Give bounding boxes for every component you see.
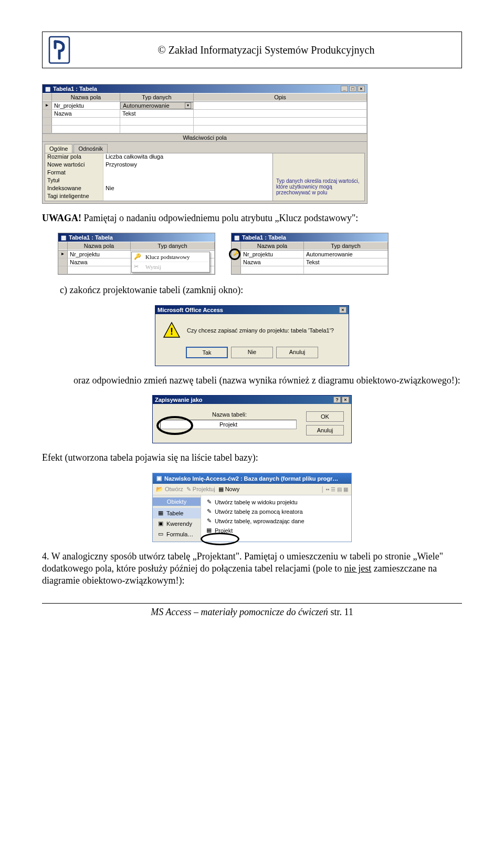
window-title: Tabela1 : Tabela [53, 86, 97, 92]
prop-value[interactable]: Przyrostowy [103, 161, 272, 169]
window-buttons: _ □ × [341, 86, 365, 92]
dialog-title: Zapisywanie jako [155, 397, 202, 403]
window-title: Tabela1 : Tabela [242, 234, 286, 241]
screenshot-database-window: ▣Nazwisko Imię-Access-ćw2 : Baza danych … [152, 473, 352, 542]
table-row[interactable]: Nazwa Tekst [43, 110, 367, 118]
cancel-button[interactable]: Anuluj [306, 425, 344, 435]
field-name-cell[interactable]: Nazwa [68, 258, 131, 266]
description-cell[interactable] [194, 110, 367, 117]
field-name-cell[interactable]: Nazwa [52, 110, 120, 117]
cancel-button[interactable]: Anuluj [276, 347, 318, 358]
prop-value[interactable]: Liczba całkowita długa [103, 153, 272, 161]
chevron-down-icon[interactable]: ▾ [185, 102, 191, 109]
window-titlebar: ▦ Tabela1 : Tabela _ □ × [43, 85, 367, 93]
org-logo [48, 35, 71, 65]
close-button[interactable]: × [339, 307, 346, 313]
sidebar-item-forms[interactable]: ▭Formula… [153, 529, 201, 539]
context-menu: 🔑 Klucz podstawowy ✂ Wytnij [131, 252, 210, 273]
header-title: © Zakład Informatyzacji Systemów Produkc… [76, 44, 456, 56]
open-icon: 📂 [156, 486, 163, 493]
minimize-button[interactable]: _ [341, 86, 348, 92]
svg-text:!: ! [170, 326, 173, 337]
prop-label: Rozmiar pola [45, 153, 103, 161]
column-header-field: Nazwa pola [241, 242, 304, 250]
cut-icon: ✂ [134, 263, 139, 270]
close-button[interactable]: × [342, 397, 349, 403]
sidebar-item-queries[interactable]: ▣Kwerendy [153, 518, 201, 529]
open-button[interactable]: 📂Otwórz [156, 486, 183, 493]
list-item-create-data[interactable]: ✎Utwórz tabelę, wprowadzając dane [203, 516, 349, 526]
warning-icon: ! [163, 321, 181, 339]
menu-item-primary-key[interactable]: 🔑 Klucz podstawowy [132, 252, 209, 262]
objects-sidebar: Obiekty ▦Tabele ▣Kwerendy ▭Formula… [153, 495, 201, 542]
design-button[interactable]: ✎Projektuj [186, 486, 215, 493]
annotation-circle [201, 533, 239, 545]
datatype-cell[interactable]: Tekst [304, 258, 388, 266]
datatype-cell[interactable]: Tekst [120, 110, 194, 117]
prop-value[interactable]: Nie [103, 185, 272, 193]
column-header-type: Typ danych [131, 242, 215, 250]
maximize-button[interactable]: □ [349, 86, 356, 92]
list-item-4: 4. W analogiczny sposób utwórz tabelę „P… [42, 551, 462, 587]
column-header-type: Typ danych [304, 242, 388, 250]
description-cell[interactable] [194, 102, 367, 109]
prop-value[interactable] [103, 177, 272, 185]
column-header-field: Nazwa pola [68, 242, 131, 250]
table-row[interactable]: ▸ Nr_projektu Autonumerowanie ▾ [43, 102, 367, 110]
paragraph-rename: oraz odpowiednio zmień nazwę tabeli (naz… [74, 375, 462, 387]
dialog-title: Microsoft Office Access [158, 307, 223, 313]
help-text: Typ danych określa rodzaj wartości, któr… [272, 153, 364, 201]
list-item-create-design[interactable]: ✎Utwórz tabelę w widoku projektu [203, 497, 349, 507]
field-name-cell[interactable]: Nr_projektu [52, 102, 120, 109]
prop-value[interactable] [103, 193, 272, 201]
sidebar-header: Obiekty [153, 497, 201, 506]
close-button[interactable]: × [358, 86, 365, 92]
design-icon: ✎ [186, 486, 191, 493]
yes-button[interactable]: Tak [186, 347, 228, 358]
properties-pane: Rozmiar polaLiczba całkowita długa Nowe … [45, 153, 365, 201]
tables-icon: ▦ [157, 510, 164, 517]
datatype-dropdown[interactable]: Autonumerowanie ▾ [120, 102, 194, 109]
field-name-cell[interactable]: Nr_projektu [68, 251, 131, 258]
db-toolbar: 📂Otwórz ✎Projektuj ▦Nowy │ ▪▪ ☰ ▤ ▦ [153, 484, 351, 495]
prop-label: Tytuł [45, 177, 103, 185]
wizard-icon: ✎ [205, 517, 213, 525]
table-icon: ▦ [234, 234, 240, 241]
screenshot-table-design: ▦ Tabela1 : Tabela _ □ × Nazwa pola Typ … [42, 84, 368, 204]
page-header: © Zakład Informatyzacji Systemów Produkc… [42, 32, 462, 68]
tab-general[interactable]: Ogólne [45, 144, 72, 153]
field-name-cell[interactable]: Nazwa [241, 258, 304, 266]
wizard-icon: ✎ [205, 499, 213, 506]
table-icon: ▦ [60, 234, 67, 241]
list-item-create-wizard[interactable]: ✎Utwórz tabelę za pomocą kreatora [203, 507, 349, 516]
column-header-desc: Opis [194, 93, 367, 101]
prop-label: Indeksowane [45, 185, 103, 193]
window-title: Tabela1 : Tabela [69, 234, 113, 241]
table-icon: ▦ [45, 86, 51, 92]
forms-icon: ▭ [157, 531, 164, 538]
list-item-c: c) zakończ projektowanie tabeli (zamknij… [60, 284, 462, 296]
field-name-cell[interactable]: Nr_projektu [241, 251, 304, 258]
dialog-confirm-save: Microsoft Office Access × ! Czy chcesz z… [155, 305, 349, 366]
prop-label: Nowe wartości [45, 161, 103, 169]
tab-lookup[interactable]: Odnośnik [74, 144, 107, 153]
sidebar-item-tables[interactable]: ▦Tabele [153, 508, 201, 518]
no-button[interactable]: Nie [231, 347, 273, 358]
wizard-icon: ✎ [205, 508, 213, 515]
datatype-cell[interactable]: Autonumerowanie [304, 251, 388, 258]
dialog-message: Czy chcesz zapisać zmiany do projektu: t… [187, 327, 334, 334]
view-icons[interactable]: │ ▪▪ ☰ ▤ ▦ [321, 486, 348, 492]
prop-value[interactable] [103, 169, 272, 177]
new-button[interactable]: ▦Nowy [218, 486, 240, 493]
table-row[interactable] [43, 126, 367, 133]
prop-label: Format [45, 169, 103, 177]
uwaga-label: UWAGA! [42, 213, 81, 223]
row-selector-icon[interactable]: ▸ [58, 251, 68, 258]
column-header-type: Typ danych [120, 93, 194, 101]
database-icon: ▣ [156, 475, 162, 482]
row-selector-icon[interactable]: ▸ [43, 102, 52, 109]
table-row[interactable] [43, 118, 367, 126]
screenshot-pk-set: ▦Tabela1 : Tabela Nazwa pola Typ danych … [231, 233, 388, 275]
ok-button[interactable]: OK [306, 411, 344, 422]
help-button[interactable]: ? [333, 397, 341, 403]
